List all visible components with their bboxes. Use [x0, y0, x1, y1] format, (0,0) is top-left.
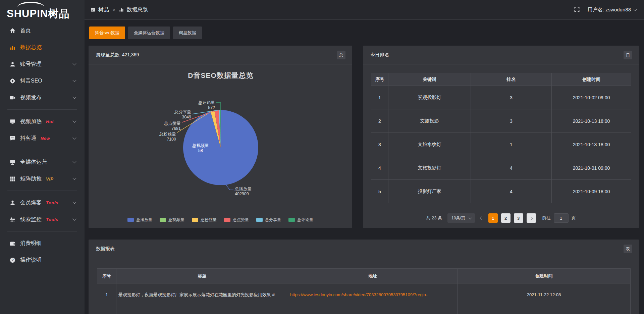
topbar: 树品 > 数据总览 用户名: zswodun88 — [85, 0, 644, 20]
legend-item-总播放量[interactable]: 总播放量 — [127, 217, 152, 223]
user-menu[interactable]: 用户名: zswodun88 — [588, 7, 636, 13]
sidebar-item-douyin-seo[interactable]: 抖音SEO — [0, 72, 85, 89]
rank-cell: 1 — [471, 133, 552, 156]
chevron-down-icon — [72, 78, 76, 82]
pie-label-name-总视频量: 总视频量 — [192, 143, 209, 148]
sidebar-item-badge: Hot — [46, 119, 54, 124]
username-label: 用户名: zswodun88 — [588, 7, 631, 13]
legend-label: 总粉丝量 — [201, 217, 217, 223]
rank-panel-header: 今日排名 日 — [363, 46, 639, 64]
rank-cell: 2021-10-13 18:00 — [552, 133, 631, 156]
rank-panel-title: 今日排名 — [370, 52, 389, 58]
rank-cell: 3 — [471, 86, 552, 109]
person-icon — [9, 200, 15, 206]
screen-icon — [9, 118, 15, 124]
legend-item-总粉丝量[interactable]: 总粉丝量 — [192, 217, 217, 223]
total-toggle-button[interactable]: 总 — [337, 51, 345, 59]
chart-title: D音SEO数据量总览 — [188, 71, 254, 79]
page-size-value: 10条/页 — [451, 215, 465, 221]
sidebar-item-help[interactable]: ?操作说明 — [0, 252, 85, 268]
rank-cell: 文旅水纹灯 — [388, 133, 471, 156]
sidebar-item-data-overview[interactable]: 数据总览 — [0, 39, 85, 56]
sidebar-item-label: 数据总览 — [20, 44, 42, 51]
legend-label: 总视频量 — [168, 217, 184, 223]
sidebar-item-member-baoke[interactable]: 会员爆客Tools — [0, 194, 85, 211]
question-icon: ? — [9, 257, 15, 263]
overview-panel-title: 展现量总数: 421,369 — [96, 52, 139, 58]
sidebar-item-video-publish[interactable]: 视频发布 — [0, 89, 85, 106]
rank-cell: 4 — [371, 156, 388, 180]
day-toggle-button[interactable]: 日 — [624, 51, 632, 59]
legend-item-总评论量[interactable]: 总评论量 — [288, 217, 313, 223]
tab-0[interactable]: 抖音seo数据 — [89, 27, 125, 39]
goto-suffix-label: 页 — [572, 215, 576, 221]
topbar-right: 用户名: zswodun88 — [574, 7, 636, 13]
sidebar-item-label: 操作说明 — [20, 257, 42, 264]
sidebar-item-label: 账号管理 — [20, 61, 42, 68]
legend-label: 总播放量 — [136, 217, 152, 223]
overview-panel-header: 展现量总数: 421,369 总 — [89, 46, 352, 64]
pie-label-name-总点赞量: 总点赞量 — [164, 121, 181, 126]
rank-cell: 1 — [371, 86, 388, 109]
report-column-header: 创建时间 — [458, 269, 631, 283]
page-button-2[interactable]: 2 — [501, 213, 511, 223]
page-size-select[interactable]: 10条/页 — [447, 213, 475, 223]
next-page-button[interactable] — [527, 213, 536, 223]
tab-2[interactable]: 询盘数据 — [173, 27, 202, 39]
rank-column-header: 序号 — [371, 73, 388, 86]
tab-1[interactable]: 全媒体运营数据 — [128, 27, 170, 39]
pie-label-name-总评论量: 总评论量 — [198, 100, 215, 105]
rank-cell: 5 — [371, 180, 388, 203]
sidebar-item-media-ops[interactable]: 全媒体运营 — [0, 154, 85, 170]
legend-label: 总分享量 — [265, 217, 281, 223]
logo-cn: 树品 — [48, 8, 69, 19]
gear-icon — [9, 78, 15, 84]
sidebar-item-consume-detail[interactable]: 消费明细 — [0, 235, 85, 252]
page-buttons: 123 — [488, 213, 523, 223]
breadcrumb-root[interactable]: 树品 — [98, 6, 109, 13]
sidebar-item-label: 线索监控 — [20, 216, 42, 223]
legend-item-总点赞量[interactable]: 总点赞量 — [224, 217, 249, 223]
report-panel: 数据报表 表 序号标题地址创建时间 1景观投影灯，夜游景观投影灯厂家展示展示落花… — [89, 240, 639, 314]
sidebar-item-douketong[interactable]: 抖客通New — [0, 130, 85, 147]
logo-text: SHUPIN树品 — [7, 8, 69, 21]
report-link[interactable]: https://www.iesdouyin.com/share/video/70… — [290, 292, 430, 297]
app-logo: SHUPIN树品 — [0, 0, 85, 21]
goto-page-input[interactable] — [554, 213, 569, 223]
sidebar-item-account[interactable]: 账号管理 — [0, 56, 85, 72]
prev-page-button[interactable] — [478, 217, 485, 219]
chart-icon — [9, 44, 15, 50]
rank-table-head: 序号关键词排名创建时间 — [371, 73, 631, 86]
sidebar-item-matrix-boost[interactable]: 矩阵助推VIP — [0, 170, 85, 187]
rank-column-header: 创建时间 — [552, 73, 631, 86]
report-table-head: 序号标题地址创建时间 — [97, 269, 631, 283]
page-button-1[interactable]: 1 — [488, 213, 498, 223]
sidebar: SHUPIN树品 首页数据总览账号管理抖音SEO视频发布视频加热Hot抖客通Ne… — [0, 0, 85, 314]
table-toggle-button[interactable]: 表 — [624, 245, 632, 253]
legend-label: 总点赞量 — [233, 217, 249, 223]
sidebar-item-video-heat[interactable]: 视频加热Hot — [0, 113, 85, 130]
report-column-header: 序号 — [97, 269, 116, 283]
chevron-down-icon — [72, 95, 76, 99]
home-icon — [9, 28, 15, 34]
legend-item-总视频量[interactable]: 总视频量 — [160, 217, 184, 223]
rank-column-header: 关键词 — [388, 73, 471, 86]
report-panel-header: 数据报表 表 — [89, 240, 639, 258]
sidebar-item-clue-monitor[interactable]: 线索监控Tools — [0, 211, 85, 228]
rank-header-row: 序号关键词排名创建时间 — [371, 73, 631, 86]
chat-icon — [9, 135, 15, 141]
fullscreen-icon[interactable] — [574, 7, 580, 13]
page-button-3[interactable]: 3 — [514, 213, 523, 223]
chevron-down-icon — [72, 159, 76, 163]
legend-item-总分享量[interactable]: 总分享量 — [256, 217, 281, 223]
rank-column-header: 排名 — [471, 73, 552, 86]
sidebar-menu: 首页数据总览账号管理抖音SEO视频发布视频加热Hot抖客通New全媒体运营矩阵助… — [0, 21, 85, 268]
sidebar-item-home[interactable]: 首页 — [0, 22, 85, 39]
total-count-label: 共 23 条 — [426, 215, 442, 221]
sidebar-item-badge: Tools — [46, 217, 58, 222]
report-cell — [288, 306, 458, 314]
report-table-body: 1景观投影灯，夜游景观投影灯厂家展示展示落花灯在花园里的灯光投影应用效果 #ht… — [97, 283, 631, 314]
pie-chart-area: D音SEO数据量总览总播放量402909总视频量58总粉丝量7100总点赞量76… — [89, 64, 352, 228]
rank-table-row: 1景观投影灯32021-10-02 09:00 — [371, 86, 631, 109]
chevron-down-icon — [72, 61, 76, 65]
